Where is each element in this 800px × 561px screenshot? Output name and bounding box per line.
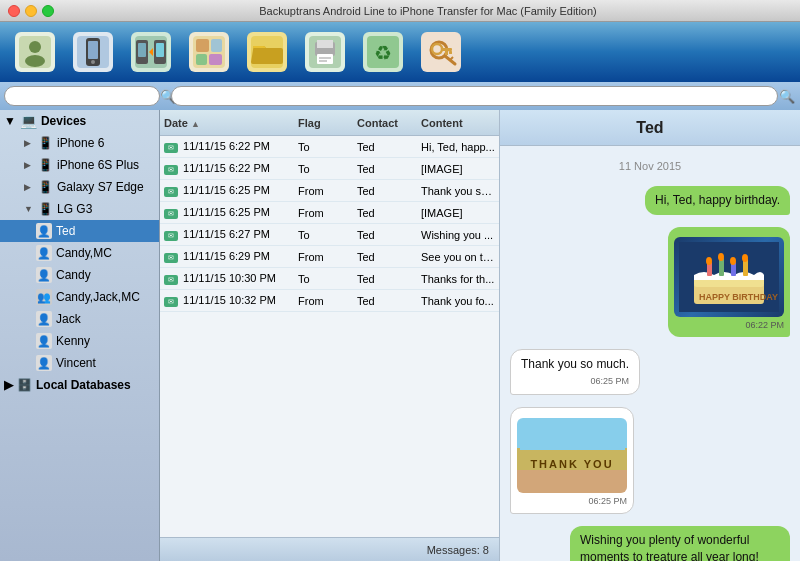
iphone6-arrow: ▶: [24, 138, 34, 148]
sidebar-item-ted[interactable]: 👤 Ted: [0, 220, 159, 242]
svg-text:THANK YOU: THANK YOU: [530, 458, 613, 470]
right-search-area: 🔍: [171, 86, 796, 106]
svg-point-6: [91, 60, 95, 64]
row-flag: From: [298, 295, 353, 307]
row-content: Wishing you ...: [421, 229, 495, 241]
bubble-3-text: Thank you so much.: [521, 357, 629, 371]
contacts-button[interactable]: [10, 28, 60, 76]
row-date: ✉ 11/11/15 6:25 PM: [164, 206, 294, 219]
table-row[interactable]: ✉ 11/11/15 6:22 PM To Ted Hi, Ted, happ.…: [160, 136, 499, 158]
bubble-2: HAPPY BIRTHDAY 06:22 PM: [668, 227, 790, 338]
sidebar-localdbs-label: Local Databases: [36, 378, 131, 392]
table-row[interactable]: ✉ 11/11/15 6:25 PM From Ted Thank you so…: [160, 180, 499, 202]
folder-button[interactable]: [242, 28, 292, 76]
svg-rect-24: [319, 60, 327, 62]
svg-rect-14: [196, 39, 209, 52]
table-row[interactable]: ✉ 11/11/15 6:22 PM To Ted [IMAGE]: [160, 158, 499, 180]
sidebar-item-galaxy[interactable]: ▶ 📱 Galaxy S7 Edge: [0, 176, 159, 198]
message-search-icon[interactable]: 🔍: [778, 87, 796, 105]
kenny-icon: 👤: [36, 333, 52, 349]
phone-button[interactable]: [68, 28, 118, 76]
sidebar-item-candymc[interactable]: 👤 Candy,MC: [0, 242, 159, 264]
bubble-3-time: 06:25 PM: [521, 375, 629, 388]
svg-rect-9: [138, 43, 146, 57]
row-date: ✉ 11/11/15 6:25 PM: [164, 184, 294, 197]
transfer-button[interactable]: [126, 28, 176, 76]
row-contact: Ted: [357, 185, 417, 197]
table-row[interactable]: ✉ 11/11/15 10:32 PM From Ted Thank you f…: [160, 290, 499, 312]
svg-point-2: [25, 55, 45, 67]
gallery-icon: [189, 32, 229, 72]
sidebar-item-lgg3[interactable]: ▼ 📱 LG G3: [0, 198, 159, 220]
chat-message-4: THANK YOU 06:25 PM: [510, 407, 790, 515]
sidebar-candyjackmc-label: Candy,Jack,MC: [56, 290, 140, 304]
row-contact: Ted: [357, 163, 417, 175]
svg-point-44: [742, 254, 748, 262]
row-content: Thank you fo...: [421, 295, 495, 307]
message-count: Messages: 8: [427, 544, 489, 556]
col-header-flag[interactable]: Flag: [298, 117, 353, 129]
msg-icon: ✉: [164, 187, 178, 197]
sidebar-search-input[interactable]: [4, 86, 160, 106]
sidebar-item-kenny[interactable]: 👤 Kenny: [0, 330, 159, 352]
svg-rect-5: [88, 41, 98, 59]
row-content: Thanks for th...: [421, 273, 495, 285]
sidebar-vincent-label: Vincent: [56, 356, 96, 370]
traffic-lights: [8, 5, 54, 17]
svg-rect-33: [445, 51, 448, 55]
message-search-input[interactable]: [171, 86, 778, 106]
sidebar-item-localdbs[interactable]: ▶ 🗄️ Local Databases: [0, 374, 159, 396]
row-flag: To: [298, 163, 353, 175]
devices-arrow: ▼: [4, 114, 16, 128]
gallery-button[interactable]: [184, 28, 234, 76]
col-header-contact[interactable]: Contact: [357, 117, 417, 129]
maximize-button[interactable]: [42, 5, 54, 17]
svg-rect-17: [209, 54, 222, 65]
svg-rect-46: [520, 420, 625, 450]
sidebar-candymc-label: Candy,MC: [56, 246, 112, 260]
jack-icon: 👤: [36, 311, 52, 327]
svg-rect-11: [156, 43, 164, 57]
left-search-area: 🔍: [4, 86, 159, 106]
recycle-button[interactable]: ♻: [358, 28, 408, 76]
sidebar-item-vincent[interactable]: 👤 Vincent: [0, 352, 159, 374]
iphone6splus-icon: 📱: [38, 158, 53, 172]
row-flag: To: [298, 229, 353, 241]
msg-icon: ✉: [164, 165, 178, 175]
sidebar-item-iphone6splus[interactable]: ▶ 📱 iPhone 6S Plus: [0, 154, 159, 176]
minimize-button[interactable]: [25, 5, 37, 17]
svg-rect-48: [520, 470, 625, 490]
key-button[interactable]: [416, 28, 466, 76]
row-flag: From: [298, 185, 353, 197]
sidebar-item-candyjackmc[interactable]: 👥 Candy,Jack,MC: [0, 286, 159, 308]
table-row[interactable]: ✉ 11/11/15 10:30 PM To Ted Thanks for th…: [160, 268, 499, 290]
sidebar-item-candy[interactable]: 👤 Candy: [0, 264, 159, 286]
sidebar-item-iphone6[interactable]: ▶ 📱 iPhone 6: [0, 132, 159, 154]
svg-point-42: [718, 253, 724, 261]
close-button[interactable]: [8, 5, 20, 17]
table-row[interactable]: ✉ 11/11/15 6:29 PM From Ted See you on t…: [160, 246, 499, 268]
print-button[interactable]: [300, 28, 350, 76]
localdbs-arrow: ▶: [4, 378, 13, 392]
vincent-icon: 👤: [36, 355, 52, 371]
svg-rect-21: [317, 40, 333, 48]
message-list: Date ▲ Flag Contact Content ✉ 11/11/15 6…: [160, 110, 500, 561]
sidebar-item-jack[interactable]: 👤 Jack: [0, 308, 159, 330]
col-header-content[interactable]: Content: [421, 117, 495, 129]
chat-body[interactable]: 11 Nov 2015 Hi, Ted, happy birthday.: [500, 146, 800, 561]
msg-icon: ✉: [164, 275, 178, 285]
chat-message-5: Wishing you plenty of wonderful moments …: [510, 526, 790, 561]
table-row[interactable]: ✉ 11/11/15 6:25 PM From Ted [IMAGE]: [160, 202, 499, 224]
table-row[interactable]: ✉ 11/11/15 6:27 PM To Ted Wishing you ..…: [160, 224, 499, 246]
row-flag: From: [298, 251, 353, 263]
folder-icon: [247, 32, 287, 72]
lgg3-icon: 📱: [38, 202, 53, 216]
sidebar-item-devices[interactable]: ▼ 💻 Devices: [0, 110, 159, 132]
row-content: Hi, Ted, happ...: [421, 141, 495, 153]
candymc-icon: 👤: [36, 245, 52, 261]
chat-date-divider: 11 Nov 2015: [510, 160, 790, 172]
col-header-date[interactable]: Date ▲: [164, 117, 294, 129]
bubble-2-time: 06:22 PM: [674, 319, 784, 332]
chat-message-2: HAPPY BIRTHDAY 06:22 PM: [510, 227, 790, 338]
sort-arrow: ▲: [191, 119, 200, 129]
